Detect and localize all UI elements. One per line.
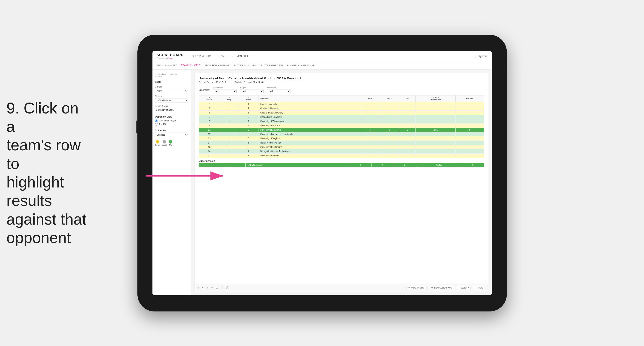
gender-label: Gender [155, 86, 188, 88]
undo2-icon[interactable]: ↩ [207, 286, 209, 289]
grid-header: University of North Carolina Head-to-Hea… [195, 73, 488, 85]
scissors-icon[interactable]: ✂ [211, 286, 214, 289]
table-row[interactable]: 13-3University of Virginia [199, 136, 484, 140]
sub-nav-player-summary[interactable]: PLAYER SUMMARY [234, 64, 256, 67]
nav-items: TOURNAMENTS TEAMS COMMITTEE [190, 55, 249, 58]
nav-tournaments[interactable]: TOURNAMENTS [190, 55, 211, 58]
sign-out-link[interactable]: Sign out [478, 55, 487, 58]
clock-icon[interactable]: 🕐 [226, 286, 229, 289]
th-opponent: Opponent [259, 95, 361, 102]
view-icon: 👁 [408, 287, 410, 289]
h2h-table: #Rank #Reg #Conf Opponent Win Loss Tie D… [199, 95, 484, 158]
ood-diff: 26.00 [416, 163, 462, 167]
redo-icon[interactable]: ↪ [202, 286, 205, 289]
radio-opponents-played[interactable]: Opponents Played [155, 119, 188, 122]
ood-conf [230, 163, 246, 167]
opponent-view-title: Opponent View [155, 115, 188, 118]
copy-icon[interactable]: ⊞ [216, 286, 218, 289]
out-of-division-header: Out of division [199, 158, 484, 163]
filters-row: Opponents: Conference (All) Region (All) [195, 85, 488, 95]
ood-rounds: 3 [462, 163, 484, 167]
table-row[interactable]: 12-6University of Arkansas, Fayetteville [199, 132, 484, 136]
colour-select[interactable]: Win/loss Score [155, 133, 188, 137]
table-row[interactable]: 3-2Vanderbilt University [199, 106, 484, 110]
th-win: Win [361, 95, 379, 102]
division-select[interactable]: NCAA Division I NCAA Division II NCAA Di… [155, 98, 188, 103]
colour-by-label: Colour by [155, 129, 188, 132]
legend-down-dot [156, 140, 159, 143]
opponent-filter: Opponent (All) [267, 87, 291, 93]
table-row[interactable]: 16-4Georgia Institute of Technology [199, 149, 484, 153]
radio-group: Opponents Played Top 100 [155, 119, 188, 126]
division-record: Division Record: 88 - 17 - 0 [235, 81, 264, 83]
table-row[interactable]: 6-2Florida State University [199, 115, 484, 119]
save-custom-view-btn[interactable]: 💾 Save Custom View [428, 286, 454, 290]
school-label: School (Rank) [155, 105, 188, 107]
main-content: Last Updated: 27/03/2024 16:55:38 Team G… [152, 70, 492, 295]
sub-nav-team-h2h-grid[interactable]: TEAM H2H GRID [181, 64, 200, 67]
conference-filter: Conference (All) [213, 87, 237, 93]
table-row[interactable]: 2-1Auburn University [199, 102, 484, 106]
legend-level-dot [162, 140, 166, 143]
school-input[interactable] [155, 108, 188, 112]
share-icon: ↗ [475, 287, 476, 289]
table-row[interactable]: 8-2University of Washington [199, 119, 484, 123]
sidebar: Last Updated: 27/03/2024 16:55:38 Team G… [152, 70, 191, 295]
save-icon: 💾 [430, 287, 433, 289]
gender-select[interactable]: Men's Women's [155, 89, 188, 93]
out-of-division-table: NCAA Division II 1 0 0 26.00 3 [199, 163, 484, 168]
table-row[interactable]: 15-2University of Oklahoma [199, 145, 484, 149]
region-select[interactable]: (All) [240, 89, 264, 93]
sub-nav: TEAM SUMMARY TEAM H2H GRID TEAM H2H HEAT… [152, 62, 492, 70]
share-btn[interactable]: ↗ Share [473, 286, 485, 290]
out-of-division-row[interactable]: NCAA Division II 1 0 0 26.00 3 [199, 163, 484, 167]
table-row[interactable]: 17-3University of Florida [199, 153, 484, 158]
division-label: Division [155, 95, 188, 98]
grid-title: University of North Carolina Head-to-Hea… [199, 76, 484, 80]
opponent-select[interactable]: (All) [267, 89, 291, 93]
nav-committee[interactable]: COMMITTEE [232, 55, 249, 58]
conference-select[interactable]: (All) [213, 89, 237, 93]
annotation: 9. Click on ateam's row tohighlight resu… [6, 99, 88, 247]
table-container: #Rank #Reg #Conf Opponent Win Loss Tie D… [195, 95, 488, 284]
sidebar-team-title: Team [155, 80, 188, 83]
legend-level: Level [162, 140, 167, 146]
sub-nav-team-summary[interactable]: TEAM SUMMARY [157, 64, 177, 67]
radio-top100[interactable]: Top 100 [155, 123, 188, 126]
table-header-row: #Rank #Reg #Conf Opponent Win Loss Tie D… [199, 95, 484, 102]
legend: Down Level Up [155, 140, 188, 146]
view-original-btn[interactable]: 👁 View: Original [406, 286, 426, 290]
sub-nav-player-h2h-heatmap[interactable]: PLAYER H2H HEATMAP [287, 64, 314, 67]
logo-scoreboard: SCOREBOARD [157, 53, 184, 57]
table-row[interactable]: 4-1Arizona State University [199, 110, 484, 115]
annotation-text: 9. Click on ateam's row tohighlight resu… [6, 99, 88, 247]
nav-teams[interactable]: TEAMS [217, 55, 226, 58]
sub-nav-player-h2h-grid[interactable]: PLAYER H2H GRID [261, 64, 283, 67]
logo-area: SCOREBOARD Powered by clippd [157, 53, 184, 59]
th-reg: #Reg [220, 95, 238, 102]
ood-label: NCAA Division II [246, 163, 349, 167]
table-row[interactable]: 14-1Texas Tech University [199, 140, 484, 145]
overall-record: Overall Record: 89 - 17 - 0 [199, 81, 226, 83]
watch-btn[interactable]: 👁 Watch ▾ [456, 286, 471, 290]
tablet-screen: SCOREBOARD Powered by clippd TOURNAMENTS… [152, 51, 492, 295]
grid-panel: University of North Carolina Head-to-Hea… [194, 73, 488, 292]
grid-records: Overall Record: 89 - 17 - 0 Division Rec… [199, 81, 484, 83]
table-row[interactable]: 9-3University of Arizona [199, 123, 484, 128]
top-nav: SCOREBOARD Powered by clippd TOURNAMENTS… [152, 51, 492, 62]
step-number: 9. [6, 99, 19, 117]
tablet-frame: SCOREBOARD Powered by clippd TOURNAMENTS… [138, 35, 507, 312]
ood-loss: 0 [372, 163, 394, 167]
th-conf: #Conf [238, 95, 259, 102]
content-area: University of North Carolina Head-to-Hea… [191, 70, 492, 295]
ood-reg [214, 163, 230, 167]
region-filter: Region (All) [240, 87, 264, 93]
sub-nav-team-h2h-heatmap[interactable]: TEAM H2H HEATMAP [205, 64, 230, 67]
th-tie: Tie [400, 95, 415, 102]
legend-up-dot [169, 140, 172, 143]
paste-icon[interactable]: 📋 [220, 286, 224, 289]
ood-win: 1 [349, 163, 372, 167]
undo-icon[interactable]: ↩ [198, 286, 200, 289]
table-row[interactable]: 11-5University of Alabama3002.618 [199, 128, 484, 132]
th-rounds: Rounds [456, 95, 484, 102]
